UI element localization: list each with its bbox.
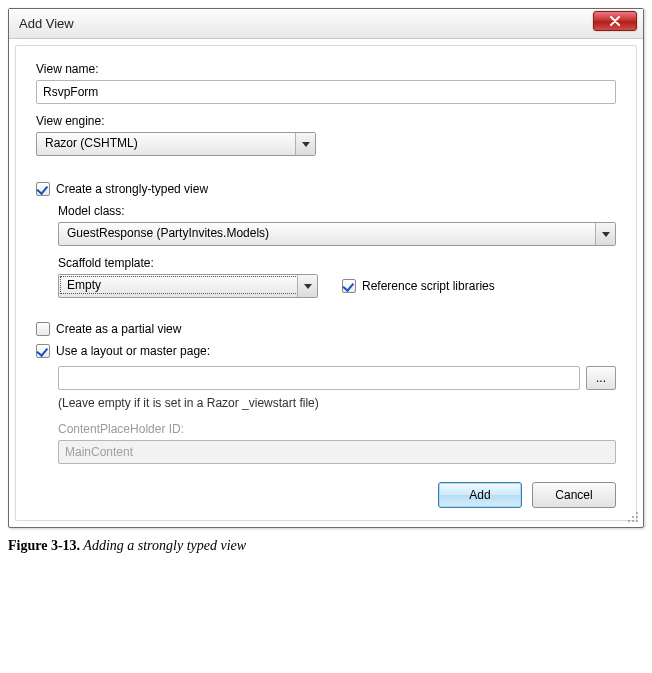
view-name-field: View name: bbox=[36, 62, 616, 104]
browse-button[interactable]: ... bbox=[586, 366, 616, 390]
add-view-dialog: Add View View name: View engine: Razor (… bbox=[8, 8, 644, 528]
strongly-typed-group: Model class: GuestResponse (PartyInvites… bbox=[58, 204, 616, 298]
browse-label: ... bbox=[596, 371, 606, 385]
ref-script-checkbox[interactable] bbox=[342, 279, 356, 293]
view-engine-value: Razor (CSHTML) bbox=[37, 133, 315, 153]
view-name-label: View name: bbox=[36, 62, 616, 76]
use-layout-checkbox[interactable] bbox=[36, 344, 50, 358]
model-class-combo[interactable]: GuestResponse (PartyInvites.Models) bbox=[58, 222, 616, 246]
cph-label: ContentPlaceHolder ID: bbox=[58, 422, 616, 436]
add-button[interactable]: Add bbox=[438, 482, 522, 508]
partial-view-checkbox[interactable] bbox=[36, 322, 50, 336]
svg-point-1 bbox=[632, 516, 634, 518]
use-layout-row[interactable]: Use a layout or master page: bbox=[36, 344, 616, 358]
strongly-typed-row[interactable]: Create a strongly-typed view bbox=[36, 182, 616, 196]
strongly-typed-label: Create a strongly-typed view bbox=[56, 182, 208, 196]
svg-point-5 bbox=[636, 520, 638, 522]
view-engine-field: View engine: Razor (CSHTML) bbox=[36, 114, 616, 156]
window-title: Add View bbox=[19, 16, 593, 31]
layout-path-input[interactable] bbox=[58, 366, 580, 390]
model-class-value: GuestResponse (PartyInvites.Models) bbox=[59, 223, 615, 243]
figure-caption: Figure 3-13. Adding a strongly typed vie… bbox=[8, 538, 644, 554]
view-name-input[interactable] bbox=[36, 80, 616, 104]
layout-group: ... (Leave empty if it is set in a Razor… bbox=[58, 366, 616, 464]
strongly-typed-checkbox[interactable] bbox=[36, 182, 50, 196]
ref-script-label: Reference script libraries bbox=[362, 279, 495, 293]
partial-view-label: Create as a partial view bbox=[56, 322, 181, 336]
model-class-field: Model class: GuestResponse (PartyInvites… bbox=[58, 204, 616, 246]
scaffold-combo[interactable]: Empty bbox=[58, 274, 318, 298]
chevron-down-icon bbox=[595, 223, 615, 245]
cph-input bbox=[58, 440, 616, 464]
svg-point-0 bbox=[636, 512, 638, 514]
use-layout-label: Use a layout or master page: bbox=[56, 344, 210, 358]
partial-view-row[interactable]: Create as a partial view bbox=[36, 322, 616, 336]
model-class-label: Model class: bbox=[58, 204, 616, 218]
view-engine-label: View engine: bbox=[36, 114, 616, 128]
layout-hint: (Leave empty if it is set in a Razor _vi… bbox=[58, 396, 616, 410]
ref-script-row[interactable]: Reference script libraries bbox=[342, 279, 495, 293]
resize-grip[interactable] bbox=[627, 511, 639, 523]
chevron-down-icon bbox=[297, 275, 317, 297]
add-button-label: Add bbox=[469, 488, 490, 502]
svg-point-4 bbox=[632, 520, 634, 522]
figure-text: Adding a strongly typed view bbox=[80, 538, 246, 553]
close-icon bbox=[609, 16, 621, 26]
view-engine-combo[interactable]: Razor (CSHTML) bbox=[36, 132, 316, 156]
svg-point-3 bbox=[628, 520, 630, 522]
button-row: Add Cancel bbox=[36, 482, 616, 508]
cancel-button[interactable]: Cancel bbox=[532, 482, 616, 508]
scaffold-value: Empty bbox=[60, 276, 316, 294]
scaffold-field: Scaffold template: Empty Reference scrip… bbox=[58, 256, 616, 298]
cancel-button-label: Cancel bbox=[555, 488, 592, 502]
figure-number: Figure 3-13. bbox=[8, 538, 80, 553]
chevron-down-icon bbox=[295, 133, 315, 155]
svg-point-2 bbox=[636, 516, 638, 518]
titlebar: Add View bbox=[9, 9, 643, 39]
scaffold-label: Scaffold template: bbox=[58, 256, 616, 270]
close-button[interactable] bbox=[593, 11, 637, 31]
dialog-content: View name: View engine: Razor (CSHTML) C… bbox=[15, 45, 637, 521]
